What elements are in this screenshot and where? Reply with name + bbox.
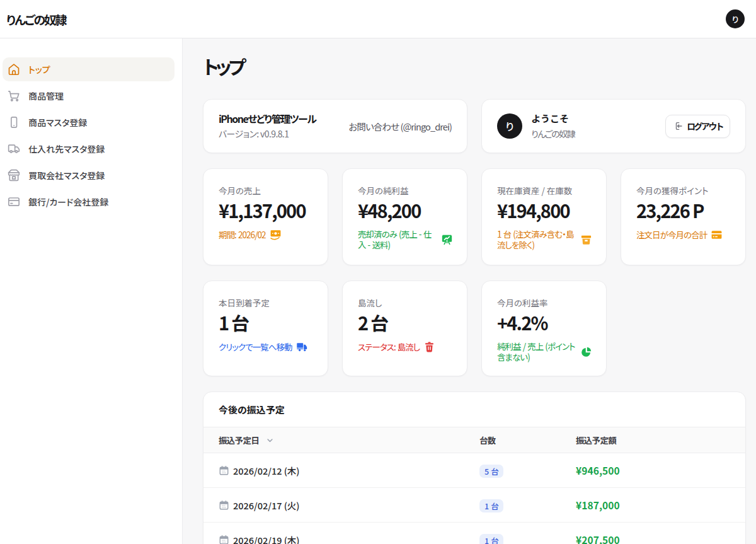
stat-value: ¥48,200 [358,199,453,221]
credit-card-filled-icon [711,229,723,241]
table-row[interactable]: 2026/02/19 (木) 1 台 ¥207,500 [203,523,745,544]
stat-sub-text: 1 台 (注文済み含む・島流しを除く) [497,229,576,250]
main-content: トップ iPhoneせどり管理ツール バージョン: v0.9.8.1 お問い合わ… [183,38,756,544]
home-icon [8,63,20,76]
logout-button[interactable]: ログアウト [665,115,730,138]
sidebar-item[interactable]: 仕入れ先マスタ登録 [3,137,175,161]
row-date: 2026/02/12 (木) [233,464,300,477]
stat-card: 現在庫資産 / 在庫数 ¥194,800 1 台 (注文済み含む・島流しを除く) [481,168,607,265]
sidebar-item-label: トップ [28,63,50,76]
sidebar-item[interactable]: 商品マスタ登録 [3,110,175,134]
stat-label: 島流し [358,296,453,309]
credit-card-outline-icon [8,195,20,208]
calendar-icon [219,535,229,544]
stat-label: 今月の売上 [219,184,314,197]
calendar-icon [219,500,229,511]
stat-label: 現在庫資産 / 在庫数 [497,184,592,197]
archive-box-icon [580,234,592,246]
stat-value: ¥194,800 [497,199,592,221]
stat-card: 今月の純利益 ¥48,200 売却済のみ (売上 - 仕入 - 送料) [342,168,467,265]
stat-label: 今月の利益率 [497,296,592,309]
table-row[interactable]: 2026/02/17 (火) 1 台 ¥187,000 [203,488,745,523]
sidebar-item-label: 買取会社マスタ登録 [28,169,105,182]
chart-board-icon [441,234,453,246]
stat-card: 今月の利益率 +4.2% 純利益 / 売上 (ポイント含まない) [481,281,607,376]
sidebar-item[interactable]: 銀行/カード会社登録 [3,190,175,214]
welcome-greeting: ようこそ [531,112,575,125]
transfer-table-card: 今後の振込予定 振込予定日 台数 振込予定額 2026/02/12 (木) 5 … [203,391,746,544]
units-badge: 5 台 [479,465,503,478]
units-badge: 1 台 [479,534,503,544]
sort-chevron-down-icon[interactable] [265,436,275,445]
header-avatar[interactable]: り [726,9,745,28]
trash-icon [423,341,435,353]
column-header-units: 台数 [479,434,576,446]
sidebar: トップ 商品管理 商品マスタ登録 仕入れ先マスタ登録 買取会社マスタ登録 [0,38,183,544]
sidebar-item-label: 商品マスタ登録 [28,116,87,129]
row-amount: ¥946,500 [576,463,730,477]
cart-icon [8,90,20,102]
logout-label: ログアウト [687,120,723,132]
transfer-table-title: 今後の振込予定 [203,392,745,427]
stat-card: 今月の売上 ¥1,137,000 期間: 2026/02 [203,168,328,265]
page-title: トップ [203,55,746,78]
logout-icon [673,121,683,131]
truck-outline-icon [8,142,20,155]
sidebar-item-label: 銀行/カード会社登録 [28,195,108,208]
app-info-version: バージョン: v0.9.8.1 [219,127,316,140]
stat-value: 2 台 [358,311,453,333]
row-amount: ¥207,500 [576,533,730,544]
units-badge: 1 台 [479,499,503,512]
sidebar-item-label: 商品管理 [28,90,64,102]
app-header: りんごの奴隷 り [0,0,756,38]
stat-sub-text: クリックで一覧へ移動 [219,342,292,352]
row-date: 2026/02/17 (火) [233,499,300,512]
smartphone-icon [8,116,20,129]
welcome-card: り ようこそ りんごの奴隷 ログアウト [481,99,746,153]
column-header-amount: 振込予定額 [576,434,730,446]
stat-label: 今月の純利益 [358,184,453,197]
stat-value: 23,226 P [636,199,731,221]
pie-chart-icon [580,346,592,358]
row-date: 2026/02/19 (木) [233,533,300,544]
user-avatar: り [497,113,522,139]
app-info-contact: お問い合わせ (@ringo_drei) [348,120,452,133]
row-amount: ¥187,000 [576,498,730,512]
app-info-card: iPhoneせどり管理ツール バージョン: v0.9.8.1 お問い合わせ (@… [203,99,467,153]
sidebar-item[interactable]: 商品管理 [3,84,175,108]
column-header-date[interactable]: 振込予定日 [219,434,259,446]
stat-value: 1 台 [219,311,314,333]
stat-card: 今月の獲得ポイント 23,226 P 注文日が今月の合計 [621,168,746,265]
table-row[interactable]: 2026/02/12 (木) 5 台 ¥946,500 [203,453,745,488]
stat-value: +4.2% [497,311,592,333]
stat-sub-text: 純利益 / 売上 (ポイント含まない) [497,341,576,362]
stat-value: ¥1,137,000 [219,199,314,221]
welcome-username: りんごの奴隷 [531,127,575,140]
stat-label: 本日到着予定 [219,296,314,309]
truck-filled-icon [296,341,308,353]
stat-card: 本日到着予定 1 台 クリックで一覧へ移動 [203,281,328,376]
stat-sub-text: 売却済のみ (売上 - 仕入 - 送料) [358,229,437,250]
stat-card: 島流し 2 台 ステータス: 島流し [342,281,467,376]
stat-sub-text: 期間: 2026/02 [219,229,266,240]
transfer-table-header: 振込予定日 台数 振込予定額 [203,427,745,453]
sidebar-item[interactable]: トップ [3,57,175,81]
app-info-title: iPhoneせどり管理ツール [219,112,316,125]
sidebar-item-label: 仕入れ先マスタ登録 [28,142,105,155]
stat-sub-text: ステータス: 島流し [358,342,420,352]
app-title: りんごの奴隷 [6,11,66,28]
stat-label: 今月の獲得ポイント [636,184,731,197]
stat-sub-text: 注文日が今月の合計 [636,229,707,240]
sidebar-item[interactable]: 買取会社マスタ登録 [3,163,175,187]
store-icon [8,169,20,182]
calendar-icon [219,465,229,476]
banknote-icon [270,229,282,241]
